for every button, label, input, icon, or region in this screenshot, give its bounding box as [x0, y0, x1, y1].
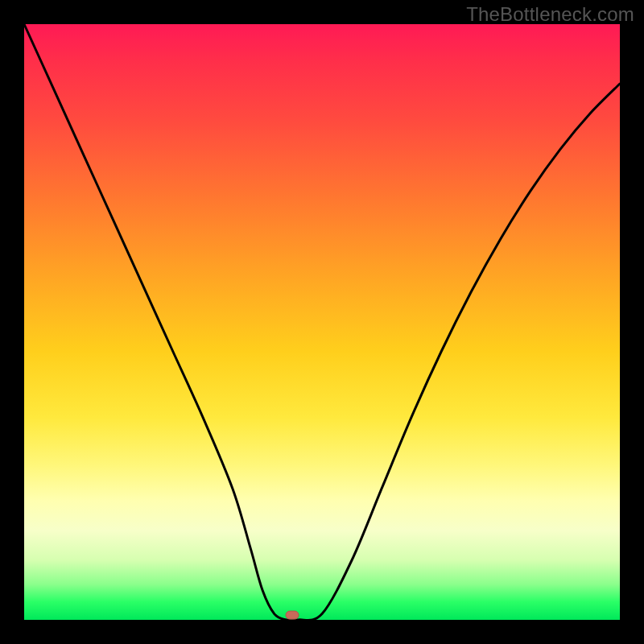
- bottleneck-curve: [24, 24, 620, 621]
- plot-area: [24, 24, 620, 620]
- plot-svg: [24, 24, 620, 620]
- chart-frame: TheBottleneck.com: [0, 0, 644, 644]
- watermark-text: TheBottleneck.com: [466, 3, 634, 26]
- minimum-marker: [286, 611, 299, 619]
